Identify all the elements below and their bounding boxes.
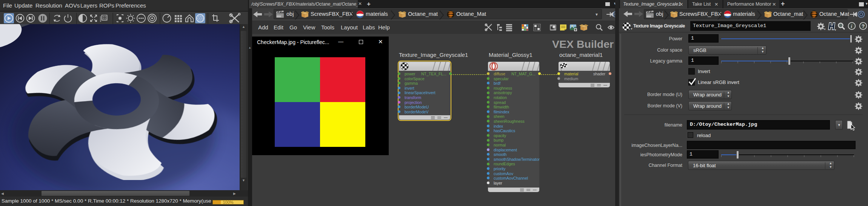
svg-text:?: ?: [862, 23, 865, 29]
svg-text:i: i: [851, 23, 853, 29]
